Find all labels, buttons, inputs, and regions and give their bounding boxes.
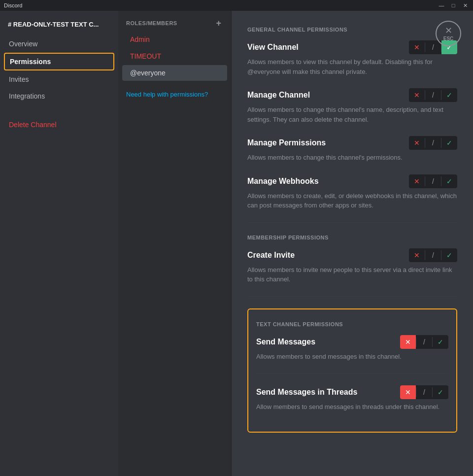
perm-row-manage-permissions: Manage Permissions ✕ / ✓ — [247, 136, 457, 150]
sidebar-item-overview[interactable]: Overview — [4, 36, 114, 52]
close-button[interactable]: ✕ — [461, 1, 469, 9]
perm-row-send-messages: Send Messages ✕ / ✓ — [256, 335, 448, 349]
perm-allow-manage-permissions[interactable]: ✓ — [441, 136, 457, 150]
perm-deny-manage-permissions[interactable]: ✕ — [409, 136, 425, 150]
add-role-button[interactable]: + — [214, 19, 223, 28]
perm-item-view-channel: View Channel ✕ / ✓ Allows members to vie… — [247, 40, 457, 76]
perm-name-send-messages-threads: Send Messages in Threads — [256, 388, 357, 397]
perm-row-view-channel: View Channel ✕ / ✓ — [247, 40, 457, 54]
perm-row-send-messages-threads: Send Messages in Threads ✕ / ✓ — [256, 385, 448, 399]
perm-name-manage-permissions: Manage Permissions — [247, 138, 326, 147]
roles-members-panel: ROLES/MEMBERS + Admin TIMEOUT @everyone … — [118, 11, 232, 476]
titlebar: Discord — □ ✕ — [0, 0, 473, 11]
perm-item-send-messages-threads: Send Messages in Threads ✕ / ✓ Allow mem… — [256, 385, 448, 412]
section-divider-3 — [256, 373, 448, 374]
perm-neutral-manage-channel[interactable]: / — [425, 88, 441, 102]
settings-sidebar: # READ-ONLY-TEST TEXT C... Overview Perm… — [0, 11, 118, 476]
perm-neutral-send-messages-threads[interactable]: / — [416, 385, 432, 399]
perm-desc-view-channel: Allows members to view this channel by d… — [247, 57, 457, 76]
window-controls: — □ ✕ — [438, 1, 469, 9]
perm-deny-send-messages-threads[interactable]: ✕ — [400, 385, 416, 399]
general-permissions-header: GENERAL CHANNEL PERMISSIONS — [247, 27, 457, 33]
perm-deny-send-messages[interactable]: ✕ — [400, 335, 416, 349]
role-item-everyone[interactable]: @everyone — [122, 65, 227, 81]
perm-deny-view-channel[interactable]: ✕ — [409, 40, 425, 54]
perm-name-create-invite: Create Invite — [247, 251, 295, 260]
perm-desc-send-messages-threads: Allow members to send messages in thread… — [256, 402, 448, 412]
perm-allow-manage-webhooks[interactable]: ✓ — [441, 174, 457, 188]
perm-controls-manage-permissions: ✕ / ✓ — [409, 136, 457, 150]
channel-header: # READ-ONLY-TEST TEXT C... — [4, 21, 114, 36]
perm-controls-manage-webhooks: ✕ / ✓ — [409, 174, 457, 188]
role-item-timeout[interactable]: TIMEOUT — [122, 48, 227, 64]
perm-row-manage-webhooks: Manage Webhooks ✕ / ✓ — [247, 174, 457, 188]
perm-name-send-messages: Send Messages — [256, 338, 315, 346]
perm-item-create-invite: Create Invite ✕ / ✓ Allows members to in… — [247, 248, 457, 284]
perm-allow-send-messages-threads[interactable]: ✓ — [433, 385, 448, 399]
esc-button[interactable]: ✕ ESC — [436, 21, 461, 46]
perm-neutral-manage-webhooks[interactable]: / — [425, 174, 441, 188]
text-channel-permissions-header: TEXT CHANNEL PERMISSIONS — [256, 321, 448, 327]
section-divider-1 — [247, 222, 457, 223]
esc-x-icon: ✕ — [445, 26, 452, 35]
perm-name-manage-webhooks: Manage Webhooks — [247, 177, 319, 186]
text-channel-permissions-section: TEXT CHANNEL PERMISSIONS Send Messages ✕… — [247, 308, 457, 433]
perm-row-manage-channel: Manage Channel ✕ / ✓ — [247, 88, 457, 102]
perm-controls-send-messages: ✕ / ✓ — [400, 335, 448, 349]
perm-row-create-invite: Create Invite ✕ / ✓ — [247, 248, 457, 262]
perm-desc-send-messages: Allows members to send messages in this … — [256, 352, 448, 362]
perm-deny-manage-channel[interactable]: ✕ — [409, 88, 425, 102]
perm-neutral-manage-permissions[interactable]: / — [425, 136, 441, 150]
sidebar-item-integrations[interactable]: Integrations — [4, 88, 114, 104]
perm-desc-manage-channel: Allows members to change this channel's … — [247, 105, 457, 124]
perm-deny-create-invite[interactable]: ✕ — [409, 248, 425, 262]
perm-desc-manage-webhooks: Allows members to create, edit, or delet… — [247, 191, 457, 210]
perm-item-manage-permissions: Manage Permissions ✕ / ✓ Allows members … — [247, 136, 457, 163]
membership-permissions-header: MEMBERSHIP PERMISSIONS — [247, 235, 457, 240]
perm-item-manage-channel: Manage Channel ✕ / ✓ Allows members to c… — [247, 88, 457, 124]
sidebar-item-invites[interactable]: Invites — [4, 71, 114, 87]
app-layout: # READ-ONLY-TEST TEXT C... Overview Perm… — [0, 11, 473, 476]
perm-controls-send-messages-threads: ✕ / ✓ — [400, 385, 448, 399]
maximize-button[interactable]: □ — [449, 1, 457, 9]
perm-neutral-view-channel[interactable]: / — [425, 40, 441, 54]
perm-allow-manage-channel[interactable]: ✓ — [441, 88, 457, 102]
app-title: Discord — [4, 2, 22, 8]
perm-allow-create-invite[interactable]: ✓ — [441, 248, 457, 262]
roles-members-header: ROLES/MEMBERS + — [118, 19, 231, 32]
perm-allow-send-messages[interactable]: ✓ — [433, 335, 448, 349]
permissions-content: ✕ ESC GENERAL CHANNEL PERMISSIONS View C… — [232, 11, 473, 476]
perm-controls-manage-channel: ✕ / ✓ — [409, 88, 457, 102]
perm-name-manage-channel: Manage Channel — [247, 91, 310, 100]
perm-neutral-send-messages[interactable]: / — [416, 335, 432, 349]
perm-neutral-create-invite[interactable]: / — [425, 248, 441, 262]
sidebar-item-delete-channel[interactable]: Delete Channel — [4, 117, 114, 133]
sidebar-item-permissions[interactable]: Permissions — [4, 53, 114, 70]
help-permissions-link[interactable]: Need help with permissions? — [118, 83, 216, 106]
minimize-button[interactable]: — — [438, 1, 445, 9]
perm-name-view-channel: View Channel — [247, 43, 299, 52]
perm-controls-create-invite: ✕ / ✓ — [409, 248, 457, 262]
perm-deny-manage-webhooks[interactable]: ✕ — [409, 174, 425, 188]
role-item-admin[interactable]: Admin — [122, 32, 227, 47]
perm-item-manage-webhooks: Manage Webhooks ✕ / ✓ Allows members to … — [247, 174, 457, 210]
channel-name: # READ-ONLY-TEST TEXT C... — [8, 21, 99, 28]
perm-item-send-messages: Send Messages ✕ / ✓ Allows members to se… — [256, 335, 448, 362]
perm-desc-manage-permissions: Allows members to change this channel's … — [247, 153, 457, 163]
esc-label: ESC — [443, 36, 454, 41]
perm-desc-create-invite: Allows members to invite new people to t… — [247, 265, 457, 284]
section-divider-2 — [247, 296, 457, 297]
